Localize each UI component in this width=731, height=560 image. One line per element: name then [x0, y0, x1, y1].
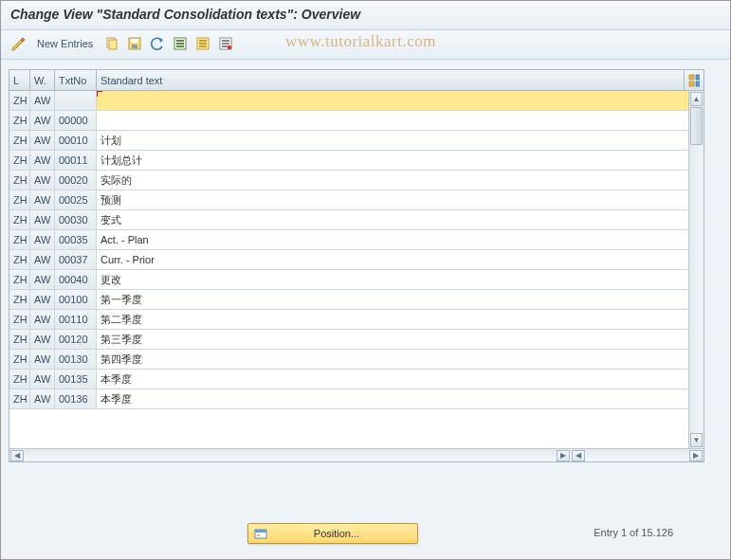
cell-w[interactable]: AW — [30, 151, 55, 171]
scroll-down-icon[interactable]: ▼ — [690, 433, 703, 447]
cell-l[interactable]: ZH — [9, 210, 30, 230]
cell-txtno[interactable]: 00010 — [55, 131, 97, 151]
cell-w[interactable]: AW — [30, 350, 55, 370]
cell-w[interactable]: AW — [30, 389, 55, 409]
cell-txtno[interactable]: 00100 — [55, 290, 97, 310]
cell-txtno[interactable]: 00020 — [55, 171, 97, 190]
table-row[interactable]: ZHAW00136本季度 — [9, 389, 704, 409]
copy-icon[interactable] — [102, 34, 121, 53]
cell-l[interactable]: ZH — [9, 230, 30, 250]
cell-std[interactable]: 第四季度 — [97, 350, 704, 370]
cell-std[interactable]: 预测 — [97, 190, 704, 210]
table-row[interactable]: ZHAW00025预测 — [9, 190, 704, 210]
cell-w[interactable]: AW — [30, 131, 55, 151]
cell-w[interactable]: AW — [30, 91, 55, 111]
table-config-icon[interactable] — [685, 70, 704, 90]
cell-std[interactable]: Act. - Plan — [97, 230, 704, 250]
cell-txtno[interactable]: 00040 — [55, 270, 97, 290]
cell-l[interactable]: ZH — [9, 171, 30, 190]
cell-txtno[interactable]: 00011 — [55, 151, 97, 171]
col-header-language[interactable]: L — [9, 70, 30, 90]
position-button[interactable]: Position... — [247, 523, 418, 544]
cell-txtno[interactable]: 00037 — [55, 250, 97, 270]
scroll-up-icon[interactable]: ▲ — [690, 92, 703, 106]
cell-std[interactable]: Curr. - Prior — [97, 250, 704, 270]
cell-l[interactable]: ZH — [9, 370, 30, 389]
cell-w[interactable]: AW — [30, 230, 55, 250]
cell-l[interactable]: ZH — [9, 270, 30, 290]
cell-txtno[interactable]: 00110 — [55, 310, 97, 330]
cell-std[interactable]: 第二季度 — [97, 310, 704, 330]
cell-txtno[interactable]: 00136 — [55, 389, 97, 409]
cell-std[interactable] — [97, 91, 704, 111]
cell-l[interactable]: ZH — [9, 111, 30, 131]
cell-txtno[interactable]: 00025 — [55, 190, 97, 210]
cell-l[interactable]: ZH — [9, 131, 30, 151]
cell-txtno[interactable]: 00120 — [55, 330, 97, 350]
col-header-txtno[interactable]: TxtNo — [55, 70, 97, 90]
cell-std[interactable]: 第三季度 — [97, 330, 704, 350]
table-row[interactable]: ZHAW00040更改 — [9, 270, 704, 290]
hscroll-right-icon[interactable]: ▶ — [557, 450, 570, 461]
table-row[interactable]: ZHAW00130第四季度 — [9, 350, 704, 370]
new-entries-button[interactable]: New Entries — [31, 38, 99, 49]
table-row[interactable]: ZHAW00037Curr. - Prior — [9, 250, 704, 270]
table-row[interactable]: ZHAW00011计划总计 — [9, 151, 704, 171]
cell-l[interactable]: ZH — [9, 151, 30, 171]
col-header-w[interactable]: W. — [30, 70, 55, 90]
cell-l[interactable]: ZH — [9, 330, 30, 350]
table-row[interactable]: ZHAW00030变式 — [9, 210, 704, 230]
cell-txtno[interactable]: 00000 — [55, 111, 97, 131]
cell-std[interactable]: 本季度 — [97, 389, 704, 409]
delete-icon[interactable] — [216, 34, 235, 53]
table-row[interactable]: ZHAW00020实际的 — [9, 171, 704, 190]
table-row[interactable]: ZHAW00120第三季度 — [9, 330, 704, 350]
table-row[interactable]: ZHAW00100第一季度 — [9, 290, 704, 310]
cell-l[interactable]: ZH — [9, 250, 30, 270]
table-row[interactable]: ZHAW00110第二季度 — [9, 310, 704, 330]
cell-std[interactable]: 本季度 — [97, 370, 704, 389]
hscroll2-left-icon[interactable]: ◀ — [572, 450, 585, 461]
cell-std[interactable]: 计划总计 — [97, 151, 704, 171]
table-row[interactable]: ZHAW00035Act. - Plan — [9, 230, 704, 250]
cell-w[interactable]: AW — [30, 370, 55, 389]
save-icon[interactable] — [125, 34, 144, 53]
vertical-scrollbar[interactable]: ▲ ▼ — [688, 91, 704, 448]
cell-std[interactable]: 实际的 — [97, 171, 704, 190]
cell-w[interactable]: AW — [30, 210, 55, 230]
cell-txtno[interactable] — [55, 91, 97, 111]
cell-w[interactable]: AW — [30, 310, 55, 330]
cell-std[interactable]: 变式 — [97, 210, 704, 230]
table-row[interactable]: ZHAW00010计划 — [9, 131, 704, 151]
cell-w[interactable]: AW — [30, 111, 55, 131]
cell-txtno[interactable]: 00030 — [55, 210, 97, 230]
cell-w[interactable]: AW — [30, 171, 55, 190]
select-all-icon[interactable] — [171, 34, 190, 53]
cell-w[interactable]: AW — [30, 270, 55, 290]
cell-w[interactable]: AW — [30, 250, 55, 270]
col-header-standard-text[interactable]: Standard text — [97, 70, 685, 90]
scroll-thumb[interactable] — [690, 107, 703, 145]
undo-icon[interactable] — [148, 34, 167, 53]
cell-l[interactable]: ZH — [9, 310, 30, 330]
hscroll-left-icon[interactable]: ◀ — [10, 450, 24, 461]
cell-std[interactable]: 计划 — [97, 131, 704, 151]
cell-txtno[interactable]: 00035 — [55, 230, 97, 250]
cell-w[interactable]: AW — [30, 290, 55, 310]
cell-std[interactable] — [97, 111, 704, 131]
cell-std[interactable]: 更改 — [97, 270, 704, 290]
hscroll2-right-icon[interactable]: ▶ — [689, 450, 703, 461]
scroll-track[interactable] — [689, 145, 704, 432]
cell-w[interactable]: AW — [30, 330, 55, 350]
table-row[interactable]: ZHAW — [9, 91, 704, 111]
cell-txtno[interactable]: 00135 — [55, 370, 97, 389]
cell-std[interactable]: 第一季度 — [97, 290, 704, 310]
cell-l[interactable]: ZH — [9, 290, 30, 310]
cell-l[interactable]: ZH — [9, 389, 30, 409]
cell-l[interactable]: ZH — [9, 190, 30, 210]
change-icon[interactable] — [9, 34, 27, 53]
horizontal-scrollbar[interactable]: ◀ ▶ ◀ ▶ — [9, 448, 704, 461]
deselect-icon[interactable] — [193, 34, 212, 53]
table-row[interactable]: ZHAW00135本季度 — [9, 370, 704, 389]
cell-l[interactable]: ZH — [9, 91, 30, 111]
